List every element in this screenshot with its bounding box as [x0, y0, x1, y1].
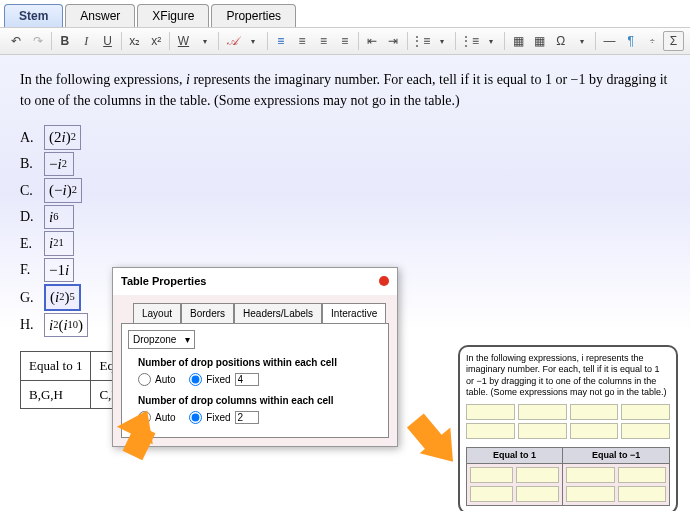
item-label: F. — [20, 259, 38, 280]
tab-xfigure[interactable]: XFigure — [137, 4, 209, 27]
separator — [455, 32, 456, 50]
columns-fixed-input[interactable] — [235, 411, 259, 424]
drop-cell[interactable] — [518, 423, 567, 439]
separator — [218, 32, 219, 50]
item-label: D. — [20, 206, 38, 227]
italic-button[interactable]: I — [76, 31, 96, 51]
drop-cell[interactable] — [621, 404, 670, 420]
expression-box[interactable]: −1i — [44, 258, 74, 283]
omega-icon[interactable]: Ω — [551, 31, 571, 51]
separator — [169, 32, 170, 50]
drop-cell[interactable] — [466, 423, 515, 439]
image-icon[interactable]: ▦ — [529, 31, 549, 51]
align-left-icon[interactable]: ≡ — [271, 31, 291, 51]
preview-col-2: Equal to −1 — [563, 448, 670, 464]
item-label: E. — [20, 233, 38, 254]
popup-tab-interactive[interactable]: Interactive — [322, 303, 386, 323]
undo-icon[interactable]: ↶ — [6, 31, 26, 51]
popup-tab-borders[interactable]: Borders — [181, 303, 234, 323]
list-item: B.−i2 — [20, 152, 670, 177]
separator — [595, 32, 596, 50]
subscript-button[interactable]: x₂ — [125, 31, 145, 51]
pilcrow-icon[interactable]: ¶ — [621, 31, 641, 51]
positions-label: Number of drop positions within each cel… — [138, 355, 382, 370]
popup-tab-layout[interactable]: Layout — [133, 303, 181, 323]
dropzone-select[interactable]: Dropzone ▾ — [128, 330, 195, 349]
bold-button[interactable]: B — [55, 31, 75, 51]
separator — [504, 32, 505, 50]
drop-cell[interactable] — [570, 404, 619, 420]
drop-cell[interactable] — [621, 423, 670, 439]
expression-box[interactable]: i6 — [44, 205, 74, 230]
editor-toolbar: ↶ ↷ B I U x₂ x² W ▾ 𝒜 ▾ ≡ ≡ ≡ ≡ ⇤ ⇥ ⋮≡ ▾… — [0, 27, 690, 55]
align-center-icon[interactable]: ≡ — [292, 31, 312, 51]
list-numbered-icon[interactable]: ⋮≡ — [411, 31, 431, 51]
preview-source-grid — [466, 404, 670, 439]
hr-icon[interactable]: — — [599, 31, 619, 51]
item-label: A. — [20, 127, 38, 148]
drop-cell[interactable] — [518, 404, 567, 420]
separator — [407, 32, 408, 50]
expression-box[interactable]: i2(i10) — [44, 313, 88, 338]
question-prompt: In the following expressions, i represen… — [20, 69, 670, 111]
item-label: B. — [20, 153, 38, 174]
separator — [358, 32, 359, 50]
expression-box[interactable]: −i2 — [44, 152, 74, 177]
positions-fixed-input[interactable] — [235, 373, 259, 386]
tab-answer[interactable]: Answer — [65, 4, 135, 27]
table-icon[interactable]: ▦ — [508, 31, 528, 51]
align-right-icon[interactable]: ≡ — [313, 31, 333, 51]
item-label: C. — [20, 180, 38, 201]
indent-icon[interactable]: ⇥ — [383, 31, 403, 51]
expression-box[interactable]: (−i)2 — [44, 178, 82, 203]
positions-fixed-radio[interactable] — [189, 373, 202, 386]
preview-dropzone-2[interactable] — [563, 464, 670, 506]
answer-cell-1[interactable]: B,G,H — [21, 380, 91, 409]
expression-box[interactable]: (i2)5 — [44, 284, 81, 311]
close-icon[interactable] — [379, 276, 389, 286]
preview-dropzone-1[interactable] — [467, 464, 563, 506]
tab-stem[interactable]: Stem — [4, 4, 63, 27]
w-button[interactable]: W — [173, 31, 193, 51]
superscript-button[interactable]: x² — [146, 31, 166, 51]
separator — [51, 32, 52, 50]
redo-icon[interactable]: ↷ — [27, 31, 47, 51]
preview-drop-table: Equal to 1 Equal to −1 — [466, 447, 670, 506]
sigma-icon[interactable]: Σ — [663, 31, 684, 51]
list-bullet-icon[interactable]: ⋮≡ — [459, 31, 479, 51]
list-item: A.(2i)2 — [20, 125, 670, 150]
fraction-icon[interactable]: ÷ — [642, 31, 662, 51]
main-tabs: Stem Answer XFigure Properties — [0, 0, 690, 27]
columns-fixed-radio[interactable] — [189, 411, 202, 424]
item-label: H. — [20, 314, 38, 335]
list-item: D.i6 — [20, 205, 670, 230]
drop-cell[interactable] — [466, 404, 515, 420]
positions-auto-radio[interactable] — [138, 373, 151, 386]
editor-content[interactable]: In the following expressions, i represen… — [0, 55, 690, 511]
tab-properties[interactable]: Properties — [211, 4, 296, 27]
popup-tab-headers[interactable]: Headers/Labels — [234, 303, 322, 323]
dialog-title: Table Properties — [121, 273, 206, 290]
preview-col-1: Equal to 1 — [467, 448, 563, 464]
outdent-icon[interactable]: ⇤ — [362, 31, 382, 51]
separator — [267, 32, 268, 50]
expression-box[interactable]: (2i)2 — [44, 125, 81, 150]
underline-button[interactable]: U — [97, 31, 117, 51]
preview-prompt: In the following expressions, i represen… — [466, 353, 670, 398]
align-justify-icon[interactable]: ≡ — [335, 31, 355, 51]
item-label: G. — [20, 287, 38, 308]
list-item: E.i21 — [20, 231, 670, 256]
columns-label: Number of drop columns within each cell — [138, 393, 382, 408]
list-item: C.(−i)2 — [20, 178, 670, 203]
answer-header-1: Equal to 1 — [21, 352, 91, 381]
separator — [121, 32, 122, 50]
drop-cell[interactable] — [570, 423, 619, 439]
style-button[interactable]: 𝒜 — [222, 31, 242, 51]
question-preview: In the following expressions, i represen… — [458, 345, 678, 511]
expression-box[interactable]: i21 — [44, 231, 74, 256]
